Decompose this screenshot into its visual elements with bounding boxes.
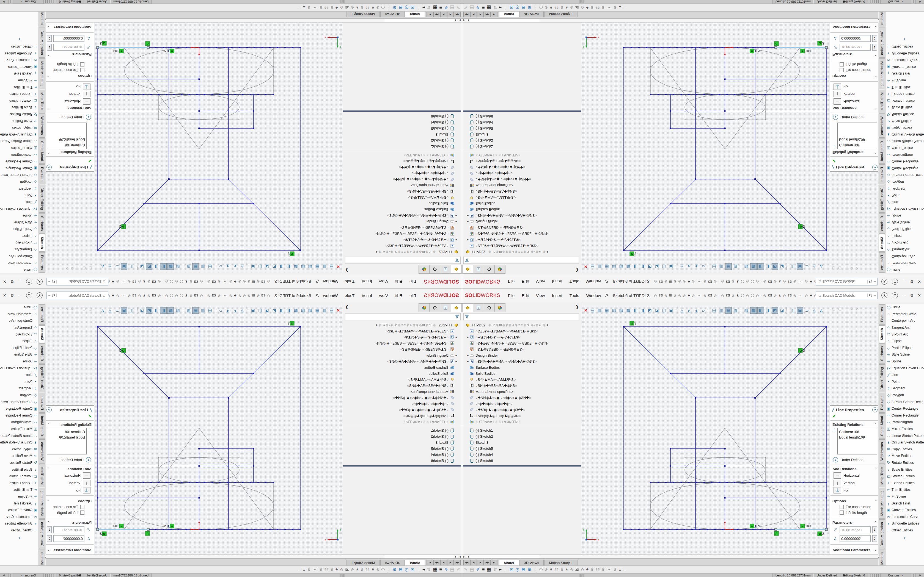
collapse-icon[interactable]: ⌃: [874, 74, 877, 78]
tree-item[interactable]: ○Ƨ✚∃€Ƨ○ΝИ◎◦✚⊃∃Ƨ∃Ƨ○◦○Ƨ∃Ƨ∃⊂✚◦◎ИΝ○: [462, 340, 582, 346]
pm-ok-button[interactable]: ✔: [830, 413, 879, 421]
cm-tab-markup[interactable]: Markup: [879, 10, 885, 27]
tool-fit-spline[interactable]: ∿Fit Spline: [885, 493, 924, 500]
pm-help-icon[interactable]: ?: [872, 164, 877, 170]
menu-insert[interactable]: Insert: [362, 293, 372, 298]
tree-expand-icon[interactable]: ▶: [455, 354, 458, 357]
toolbar-glyph-icon[interactable]: ◎: [238, 294, 241, 297]
bottom-toolbar-icon[interactable]: ≡: [482, 5, 485, 10]
cm-tab-data-migration[interactable]: Data Migration: [39, 28, 45, 58]
toolbar-glyph-icon[interactable]: ◎: [814, 280, 816, 284]
horizontal-scrollbar[interactable]: ▶ ◀: [462, 554, 878, 559]
vcr-button[interactable]: ▶▶: [433, 560, 440, 565]
tool-style-spline[interactable]: ∿Style Spline: [0, 351, 39, 358]
rollback-bar[interactable]: [343, 110, 461, 112]
toolbar-glyph-icon[interactable]: ◎: [654, 280, 657, 284]
tag-icon[interactable]: ❖: [916, 574, 924, 577]
toolbar-glyph-icon[interactable]: Ƨ∃: [726, 280, 730, 284]
relation-item[interactable]: Equal length109: [48, 137, 85, 143]
toolbar-glyph-icon[interactable]: ◎: [267, 294, 270, 297]
vcr-button[interactable]: ◀: [470, 560, 477, 565]
close-button[interactable]: ✕: [3, 293, 6, 298]
search-icon[interactable]: [867, 280, 874, 283]
tool-segment[interactable]: #Segment: [885, 185, 924, 192]
bottom-glyph-icon[interactable]: ◎: [570, 6, 573, 9]
bottom-toolbar-icon[interactable]: ✎: [457, 5, 460, 10]
tool-corner-rectangle[interactable]: ▭Corner Rectangle: [0, 158, 39, 165]
length-spinner[interactable]: ▲▼: [872, 44, 877, 50]
angle-spinner[interactable]: ▲▼: [872, 35, 877, 42]
toolbar-glyph-icon[interactable]: ◎: [243, 280, 246, 284]
relation-item[interactable]: Collinear108: [839, 429, 876, 435]
menu-file[interactable]: File: [508, 293, 515, 298]
tool-tangent-arc[interactable]: ◠Tangent Arc: [0, 324, 39, 331]
existing-relations-header[interactable]: Existing Relations: [60, 422, 92, 427]
toolbar-glyph-icon[interactable]: ◎: [116, 294, 119, 297]
toolbar-glyph-icon[interactable]: ◯: [179, 294, 183, 297]
angle-field[interactable]: 0.00000000°: [53, 535, 84, 542]
toolbar-glyph-icon[interactable]: ◎: [774, 294, 777, 297]
bottom-toolbar-icon[interactable]: ⊟: [522, 567, 525, 572]
tab-model[interactable]: Model: [499, 11, 519, 17]
toolbar-glyph-icon[interactable]: ⊃⊂: [121, 294, 126, 297]
toolbar-glyph-icon[interactable]: ◎: [763, 280, 766, 284]
tree-filter-box[interactable]: [464, 313, 579, 321]
bottom-glyph-icon[interactable]: Ш: [302, 6, 305, 9]
menu-window[interactable]: Window: [586, 279, 601, 284]
tool-move-entities[interactable]: ↗Move Entities: [0, 453, 39, 459]
bottom-glyph-icon[interactable]: ◎: [602, 568, 604, 571]
expand-icon[interactable]: ⌄: [47, 25, 50, 29]
tool-move-entities[interactable]: ↗Move Entities: [0, 118, 39, 124]
bottom-glyph-icon[interactable]: Ƨ∃: [554, 6, 558, 9]
toolbar-glyph-icon[interactable]: ◎: [116, 280, 119, 284]
toolbar-glyph-icon[interactable]: ✚: [688, 280, 690, 284]
cm-tab-evaluate[interactable]: Evaluate: [879, 393, 885, 413]
tool-spline[interactable]: ∿Spline: [885, 358, 924, 365]
scroll-arrow[interactable]: ▶: [462, 556, 466, 558]
tree-item[interactable]: (-) Sketch4: [342, 451, 462, 458]
toolbar-glyph-icon[interactable]: ◎: [654, 294, 657, 297]
tool-linear-sketch-pattern[interactable]: ∷Linear Sketch Pattern: [885, 138, 924, 145]
toolbar-glyph-icon[interactable]: ◯: [179, 280, 183, 284]
toolbar-glyph-icon[interactable]: ◎: [678, 280, 681, 284]
additional-parameters-header[interactable]: Additional Parameters: [53, 548, 92, 552]
tool-equation-driven-curve[interactable]: ƒxEquation Driven Curve: [0, 364, 39, 371]
tool-fit-spline[interactable]: ∿Fit Spline: [0, 77, 39, 84]
toolbar-glyph-icon[interactable]: ◎: [763, 294, 766, 297]
checkbox[interactable]: [80, 511, 84, 515]
toolbar-glyph-icon[interactable]: ◎: [218, 280, 221, 284]
parameters-header[interactable]: Parameters: [72, 521, 92, 524]
bottom-glyph-icon[interactable]: ✚: [336, 568, 338, 571]
search-input[interactable]: Search CAD Models: [822, 293, 867, 298]
tree-item[interactable]: ▶Design Binder: [462, 352, 582, 358]
toolbar-glyph-icon[interactable]: ◎: [128, 280, 131, 284]
tree-item[interactable]: Surface Bodies: [342, 364, 462, 371]
vcr-button[interactable]: ◀: [447, 560, 454, 565]
tree-expand-icon[interactable]: ▶: [455, 214, 458, 217]
bottom-toolbar-icon[interactable]: ▤: [450, 5, 454, 10]
cm-tab-mesh-modeling[interactable]: Mesh Modeling: [39, 58, 45, 89]
units-dropdown[interactable]: Custom▲: [13, 574, 44, 577]
tool-tangent-arc[interactable]: ◠Tangent Arc: [885, 324, 924, 331]
toolbar-glyph-icon[interactable]: ∙: [205, 280, 205, 283]
fm-tab-propmgr[interactable]: [473, 265, 484, 274]
toolbar-glyph-icon[interactable]: ♟: [736, 280, 739, 284]
menu-edit[interactable]: Edit: [395, 279, 402, 284]
tool-3-point-center-recta-[interactable]: ◇3 Point Center Recta...: [0, 172, 39, 179]
minimize-button[interactable]: —: [18, 279, 22, 284]
toolbar-glyph-icon[interactable]: ◎: [257, 294, 260, 297]
tool-polygon[interactable]: ◇Polygon: [0, 179, 39, 185]
checkbox[interactable]: [840, 62, 844, 66]
units-dropdown[interactable]: Custom▲: [880, 574, 911, 577]
fm-tab-target[interactable]: [429, 265, 440, 274]
add-relation-fix[interactable]: ⚓Fix: [830, 487, 879, 494]
bottom-toolbar-icon[interactable]: ⚙: [393, 567, 397, 572]
bottom-glyph-icon[interactable]: ⊕: [372, 568, 374, 571]
tool-extend-entities[interactable]: ⊤Extend Entities: [885, 91, 924, 98]
tree-item[interactable]: (-) Sketch4: [462, 119, 582, 126]
existing-relations-header[interactable]: Existing Relations: [832, 422, 864, 427]
cm-tab-sheet-metal[interactable]: Sheet Metal: [39, 413, 45, 439]
tree-expand-icon[interactable]: ▶: [466, 214, 469, 217]
fm-tab-display[interactable]: [418, 265, 430, 274]
scroll-arrow[interactable]: ▶: [462, 19, 466, 22]
